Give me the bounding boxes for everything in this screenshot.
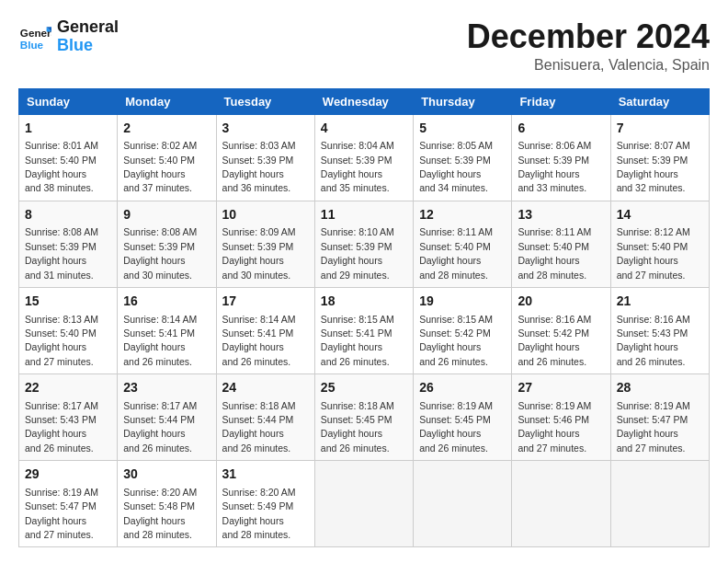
table-row: 24 Sunrise: 8:18 AMSunset: 5:44 PMDaylig… [216,374,314,461]
table-row: 17 Sunrise: 8:14 AMSunset: 5:41 PMDaylig… [216,287,314,373]
day-info: Sunrise: 8:08 AMSunset: 5:39 PMDaylight … [123,226,197,280]
table-row: 28 Sunrise: 8:19 AMSunset: 5:47 PMDaylig… [610,374,709,461]
day-number: 13 [518,206,604,224]
title-section: December 2024 Benisuera, Valencia, Spain [467,18,710,74]
day-info: Sunrise: 8:02 AMSunset: 5:40 PMDaylight … [123,140,197,193]
day-info: Sunrise: 8:17 AMSunset: 5:43 PMDaylight … [25,400,98,454]
table-row: 1 Sunrise: 8:01 AMSunset: 5:40 PMDayligh… [19,114,118,201]
day-number: 30 [123,465,210,484]
main-title: December 2024 [467,18,710,55]
calendar-week-row: 22 Sunrise: 8:17 AMSunset: 5:43 PMDaylig… [19,374,710,461]
header-thursday: Thursday [414,88,512,114]
table-row: 4 Sunrise: 8:04 AMSunset: 5:39 PMDayligh… [314,114,413,201]
table-row: 11 Sunrise: 8:10 AMSunset: 5:39 PMDaylig… [314,201,413,287]
day-info: Sunrise: 8:03 AMSunset: 5:39 PMDaylight … [222,140,296,193]
day-info: Sunrise: 8:06 AMSunset: 5:39 PMDaylight … [518,140,591,193]
subtitle: Benisuera, Valencia, Spain [467,57,710,74]
header-friday: Friday [512,88,610,114]
day-info: Sunrise: 8:19 AMSunset: 5:46 PMDaylight … [518,400,591,454]
header-tuesday: Tuesday [216,88,314,114]
page-header: General Blue GeneralBlue December 2024 B… [18,18,710,74]
day-number: 17 [222,293,309,311]
day-number: 24 [222,379,309,397]
day-number: 11 [321,206,407,224]
day-info: Sunrise: 8:12 AMSunset: 5:40 PMDaylight … [617,226,690,280]
day-number: 25 [321,379,407,397]
table-row: 13 Sunrise: 8:11 AMSunset: 5:40 PMDaylig… [512,201,610,287]
day-number: 28 [617,379,703,397]
table-row: 26 Sunrise: 8:19 AMSunset: 5:45 PMDaylig… [414,374,512,461]
table-row: 7 Sunrise: 8:07 AMSunset: 5:39 PMDayligh… [610,114,709,201]
day-number: 26 [419,379,506,397]
day-info: Sunrise: 8:11 AMSunset: 5:40 PMDaylight … [419,226,493,280]
table-row: 15 Sunrise: 8:13 AMSunset: 5:40 PMDaylig… [19,287,118,373]
table-row: 20 Sunrise: 8:16 AMSunset: 5:42 PMDaylig… [512,287,610,373]
day-info: Sunrise: 8:19 AMSunset: 5:47 PMDaylight … [25,487,98,540]
table-row: 2 Sunrise: 8:02 AMSunset: 5:40 PMDayligh… [118,114,216,201]
day-number: 9 [123,206,210,224]
table-row: 31 Sunrise: 8:20 AMSunset: 5:49 PMDaylig… [216,461,314,547]
table-row [512,461,610,547]
table-row [414,461,512,547]
day-number: 23 [123,379,210,397]
day-number: 29 [25,465,111,484]
table-row [314,461,413,547]
table-row: 21 Sunrise: 8:16 AMSunset: 5:43 PMDaylig… [610,287,709,373]
table-row: 8 Sunrise: 8:08 AMSunset: 5:39 PMDayligh… [19,201,118,287]
day-number: 7 [617,120,703,138]
day-info: Sunrise: 8:20 AMSunset: 5:48 PMDaylight … [123,487,197,540]
day-number: 5 [419,120,506,138]
logo-text: GeneralBlue [57,18,119,55]
table-row: 30 Sunrise: 8:20 AMSunset: 5:48 PMDaylig… [118,461,216,547]
logo: General Blue GeneralBlue [18,18,119,55]
day-number: 12 [419,206,506,224]
day-info: Sunrise: 8:16 AMSunset: 5:43 PMDaylight … [617,314,690,367]
table-row: 12 Sunrise: 8:11 AMSunset: 5:40 PMDaylig… [414,201,512,287]
day-info: Sunrise: 8:18 AMSunset: 5:44 PMDaylight … [222,400,296,454]
table-row: 19 Sunrise: 8:15 AMSunset: 5:42 PMDaylig… [414,287,512,373]
day-info: Sunrise: 8:13 AMSunset: 5:40 PMDaylight … [25,314,98,367]
day-number: 15 [25,293,111,311]
header-saturday: Saturday [610,88,709,114]
table-row: 9 Sunrise: 8:08 AMSunset: 5:39 PMDayligh… [118,201,216,287]
day-info: Sunrise: 8:19 AMSunset: 5:47 PMDaylight … [617,400,690,454]
calendar-week-row: 8 Sunrise: 8:08 AMSunset: 5:39 PMDayligh… [19,201,710,287]
day-info: Sunrise: 8:15 AMSunset: 5:42 PMDaylight … [419,314,493,367]
day-number: 27 [518,379,604,397]
day-number: 14 [617,206,703,224]
table-row: 18 Sunrise: 8:15 AMSunset: 5:41 PMDaylig… [314,287,413,373]
day-number: 22 [25,379,111,397]
day-number: 31 [222,465,309,484]
svg-text:Blue: Blue [20,38,44,50]
day-info: Sunrise: 8:15 AMSunset: 5:41 PMDaylight … [321,314,394,367]
day-info: Sunrise: 8:07 AMSunset: 5:39 PMDaylight … [617,140,690,193]
day-number: 10 [222,206,309,224]
day-number: 18 [321,293,407,311]
table-row: 27 Sunrise: 8:19 AMSunset: 5:46 PMDaylig… [512,374,610,461]
day-number: 8 [25,206,111,224]
header-wednesday: Wednesday [314,88,413,114]
calendar-week-row: 29 Sunrise: 8:19 AMSunset: 5:47 PMDaylig… [19,461,710,547]
calendar-week-row: 15 Sunrise: 8:13 AMSunset: 5:40 PMDaylig… [19,287,710,373]
calendar-week-row: 1 Sunrise: 8:01 AMSunset: 5:40 PMDayligh… [19,114,710,201]
day-info: Sunrise: 8:17 AMSunset: 5:44 PMDaylight … [123,400,197,454]
day-info: Sunrise: 8:16 AMSunset: 5:42 PMDaylight … [518,314,591,367]
logo-icon: General Blue [18,20,51,53]
table-row: 29 Sunrise: 8:19 AMSunset: 5:47 PMDaylig… [19,461,118,547]
table-row: 23 Sunrise: 8:17 AMSunset: 5:44 PMDaylig… [118,374,216,461]
day-info: Sunrise: 8:09 AMSunset: 5:39 PMDaylight … [222,226,296,280]
header-monday: Monday [118,88,216,114]
day-number: 2 [123,120,210,138]
day-number: 6 [518,120,604,138]
day-info: Sunrise: 8:18 AMSunset: 5:45 PMDaylight … [321,400,394,454]
day-number: 1 [25,120,111,138]
day-info: Sunrise: 8:10 AMSunset: 5:39 PMDaylight … [321,226,394,280]
table-row [610,461,709,547]
table-row: 16 Sunrise: 8:14 AMSunset: 5:41 PMDaylig… [118,287,216,373]
calendar-header-row: Sunday Monday Tuesday Wednesday Thursday… [19,88,710,114]
day-info: Sunrise: 8:20 AMSunset: 5:49 PMDaylight … [222,487,296,540]
day-number: 4 [321,120,407,138]
table-row: 6 Sunrise: 8:06 AMSunset: 5:39 PMDayligh… [512,114,610,201]
table-row: 5 Sunrise: 8:05 AMSunset: 5:39 PMDayligh… [414,114,512,201]
day-info: Sunrise: 8:19 AMSunset: 5:45 PMDaylight … [419,400,493,454]
